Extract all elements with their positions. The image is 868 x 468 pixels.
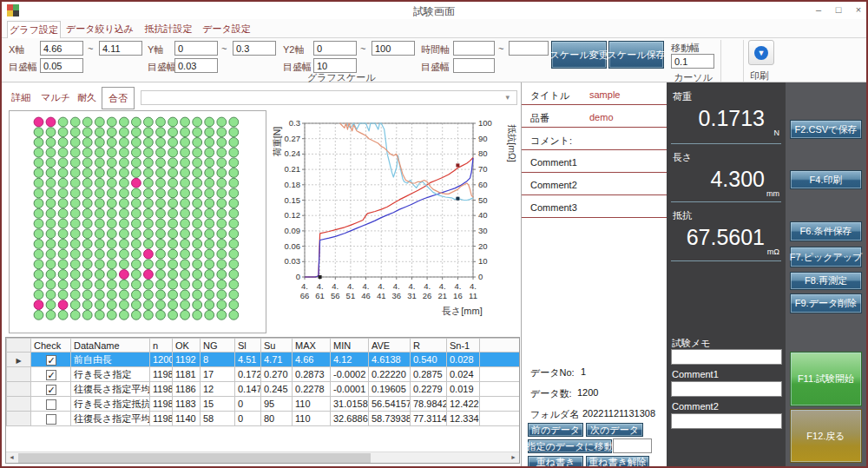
dot-ok[interactable] [193,300,202,310]
dot-ok[interactable] [168,128,178,137]
dot-ok[interactable] [70,260,80,269]
dot-ok[interactable] [58,138,68,148]
print-button[interactable] [748,40,774,65]
dot-ok[interactable] [168,219,178,228]
dot-ok[interactable] [205,310,214,320]
dot-ok[interactable] [70,240,80,249]
dot-ok[interactable] [181,260,190,269]
overlay-clear-button[interactable]: 重ね書き解除 [586,456,649,468]
dot-ok[interactable] [95,260,104,269]
dot-ng[interactable] [34,300,43,310]
dot-ok[interactable] [193,158,202,168]
dot-ok[interactable] [181,188,190,198]
dot-ok[interactable] [181,290,190,300]
dot-ok[interactable] [46,229,56,239]
dot-ok[interactable] [107,310,116,320]
dot-ok[interactable] [34,280,43,289]
y-axis-to-input[interactable] [233,41,276,56]
dot-ok[interactable] [70,128,80,137]
dot-ok[interactable] [181,270,190,280]
dot-ok[interactable] [107,219,116,228]
dot-ok[interactable] [132,138,141,148]
dot-ok[interactable] [205,240,214,249]
dot-ok[interactable] [120,148,129,157]
dot-ok[interactable] [70,117,80,127]
dot-ok[interactable] [193,280,202,289]
dot-ok[interactable] [181,158,190,168]
comment1-input[interactable] [671,381,782,397]
x-axis-to-input[interactable] [99,41,142,56]
dot-ok[interactable] [82,168,92,178]
dot-ok[interactable] [70,249,80,259]
dot-ok[interactable] [70,208,80,218]
dot-ok[interactable] [168,117,178,127]
dot-ok[interactable] [156,260,166,269]
dot-ok[interactable] [82,249,92,259]
dot-ok[interactable] [132,188,141,198]
dot-ok[interactable] [95,310,104,320]
dot-ok[interactable] [229,178,239,188]
dot-ok[interactable] [144,199,154,208]
dot-ok[interactable] [132,128,141,137]
dot-ok[interactable] [168,249,178,259]
dot-ok[interactable] [193,208,202,218]
dot-ok[interactable] [193,219,202,228]
dot-ng[interactable] [58,300,68,310]
dot-ok[interactable] [107,300,116,310]
goto-data-button[interactable]: 指定のデータに移動 [528,439,612,453]
dot-ok[interactable] [120,280,129,289]
dot-ok[interactable] [193,229,202,239]
dot-ok[interactable] [70,168,80,178]
dot-ok[interactable] [58,178,68,188]
dot-ok[interactable] [82,219,92,228]
dot-ok[interactable] [46,168,56,178]
dot-ok[interactable] [58,219,68,228]
dot-ok[interactable] [205,158,214,168]
test-memo-input[interactable] [671,349,782,365]
scale-change-button[interactable]: スケール変更 [551,41,607,69]
row-checkbox[interactable] [46,355,56,366]
f11-start-test-button[interactable]: F11.試験開始 [790,352,862,406]
dot-ok[interactable] [34,270,43,280]
dot-ok[interactable] [46,310,56,320]
dot-ok[interactable] [70,270,80,280]
row-checkbox[interactable] [46,385,56,395]
dot-ok[interactable] [205,270,214,280]
dot-ok[interactable] [156,188,166,198]
dot-ok[interactable] [168,310,178,320]
column-header[interactable]: Su [261,339,293,353]
dot-ok[interactable] [168,240,178,249]
dot-ok[interactable] [229,219,239,228]
move-width-input[interactable] [671,54,714,69]
dot-ok[interactable] [95,117,104,127]
dot-ok[interactable] [58,290,68,300]
dot-ok[interactable] [70,280,80,289]
dot-ok[interactable] [34,240,43,249]
dot-ok[interactable] [156,249,166,259]
dot-ok[interactable] [58,249,68,259]
column-header[interactable]: OK [173,339,201,353]
dot-ok[interactable] [132,148,141,157]
dot-ok[interactable] [95,158,104,168]
dot-ok[interactable] [107,270,116,280]
dot-ok[interactable] [217,138,227,148]
scroll-left-icon[interactable]: ◄ [6,452,17,463]
dot-ok[interactable] [70,229,80,239]
dot-ok[interactable] [46,128,56,137]
dot-ok[interactable] [181,128,190,137]
dot-ok[interactable] [229,117,239,127]
dot-ok[interactable] [156,199,166,208]
dot-ok[interactable] [205,280,214,289]
dot-ok[interactable] [144,188,154,198]
dot-ok[interactable] [120,178,129,188]
column-header[interactable]: NG [201,339,235,353]
dot-ok[interactable] [229,280,239,289]
dot-ok[interactable] [144,168,154,178]
dot-ok[interactable] [34,188,43,198]
dot-ok[interactable] [58,117,68,127]
dot-ok[interactable] [46,188,56,198]
dot-ok[interactable] [46,270,56,280]
dot-ok[interactable] [168,158,178,168]
dot-ok[interactable] [120,219,129,228]
dot-ok[interactable] [193,138,202,148]
